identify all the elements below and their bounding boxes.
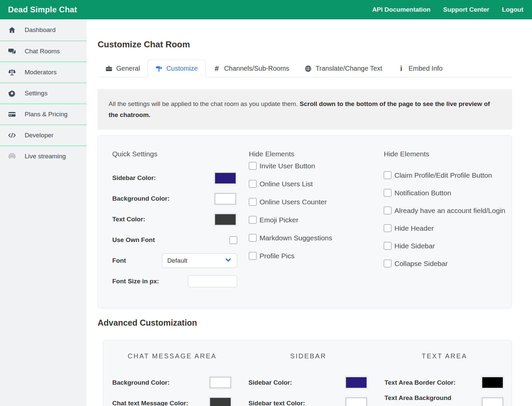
- checkbox-label: Online Users List: [260, 179, 313, 189]
- text-color-picker[interactable]: [214, 213, 237, 226]
- sidebar-item-developer[interactable]: Developer: [0, 124, 87, 145]
- profile-pics-checkbox[interactable]: [249, 252, 257, 260]
- background-color-label: Background Color:: [112, 195, 170, 202]
- markdown-suggestions-checkbox[interactable]: [249, 234, 257, 242]
- text-area-header: TEXT AREA: [384, 352, 504, 360]
- hide-online-users-counter-row: Online Users Counter: [249, 198, 372, 207]
- checkbox-label: Emoji Picker: [260, 215, 298, 225]
- chat-background-color-picker[interactable]: [209, 376, 232, 389]
- sidebar-text-color-label: Sidebar text Color:: [249, 398, 305, 406]
- invite-user-button-checkbox[interactable]: [249, 162, 257, 170]
- color-swatch: [346, 398, 367, 406]
- chevron-down-icon: [225, 257, 232, 265]
- hide-elements-title-2: Hide Elements: [384, 150, 509, 158]
- collapse-sidebar-checkbox[interactable]: [384, 260, 391, 267]
- code-icon: [8, 131, 16, 139]
- color-swatch: [346, 377, 367, 388]
- chat-background-color-row: Background Color:: [112, 372, 232, 393]
- sidebar-item-label: Plans & Pricing: [25, 111, 68, 118]
- sidebar-text-color-row: Sidebar text Color:: [249, 393, 368, 406]
- sidebar-item-moderators[interactable]: Moderators: [0, 61, 87, 82]
- notice-text: All the settings will be applied to the …: [109, 100, 300, 107]
- hide-header-checkbox[interactable]: [384, 224, 391, 232]
- emoji-picker-checkbox[interactable]: [249, 216, 257, 224]
- hide-invite-user-button-row: Invite User Button: [249, 162, 372, 171]
- sidebar-item-label: Dashboard: [25, 26, 56, 34]
- chat-message-area-header: CHAT MESSAGE AREA: [112, 352, 232, 360]
- quick-settings-title: Quick Settings: [112, 150, 237, 158]
- text-area-background-color-label: Text Area Background Color:: [384, 393, 469, 406]
- tab-label: Translate/Change Text: [315, 65, 382, 72]
- font-row: Font Default: [112, 250, 237, 271]
- font-size-input[interactable]: [188, 275, 237, 287]
- top-bar: Dead Simple Chat API Documentation Suppo…: [0, 0, 532, 19]
- broadcast-icon: [8, 152, 16, 160]
- hide-header-row: Hide Header: [384, 224, 509, 233]
- color-swatch: [215, 214, 236, 225]
- sidebar-color-row: Sidebar Color:: [112, 168, 237, 188]
- nav-link-api-documentation[interactable]: API Documentation: [372, 6, 430, 13]
- font-select-value: Default: [167, 257, 187, 264]
- hide-online-users-list-row: Online Users List: [249, 180, 372, 189]
- tab-bar: General Customize # Channels/Sub-Rooms: [98, 60, 512, 77]
- adv-sidebar-color-row: Sidebar Color:: [249, 372, 368, 393]
- use-own-font-checkbox[interactable]: [230, 236, 237, 244]
- sidebar-item-chat-rooms[interactable]: Chat Rooms: [0, 40, 87, 61]
- chat-bubbles-icon: [8, 47, 16, 55]
- use-own-font-row: Use Own Font: [112, 230, 237, 250]
- hide-markdown-suggestions-row: Markdown Suggestions: [249, 234, 372, 243]
- tab-label: General: [116, 65, 140, 72]
- sidebar-item-dashboard[interactable]: Dashboard: [0, 19, 87, 40]
- color-swatch: [215, 193, 236, 204]
- already-have-account-checkbox[interactable]: [384, 207, 391, 214]
- text-area-background-color-row: Text Area Background Color:: [384, 393, 504, 406]
- chat-message-area-column: CHAT MESSAGE AREA Background Color: Chat…: [103, 352, 240, 406]
- tab-embed-info[interactable]: i Embed Info: [390, 60, 450, 77]
- text-area-background-color-picker[interactable]: [481, 396, 504, 406]
- chat-text-message-color-picker[interactable]: [209, 396, 232, 406]
- hide-notification-button-row: Notification Button: [384, 189, 509, 198]
- checkbox-label: Already have an account field/Login: [394, 206, 505, 215]
- hide-sidebar-checkbox[interactable]: [384, 242, 391, 250]
- chat-background-color-label: Background Color:: [112, 377, 170, 388]
- info-icon: i: [397, 65, 405, 72]
- nav-link-support-center[interactable]: Support Center: [443, 6, 489, 13]
- online-users-counter-checkbox[interactable]: [249, 198, 257, 206]
- tab-channels-sub-rooms[interactable]: # Channels/Sub-Rooms: [206, 60, 297, 77]
- globe-icon: [304, 65, 312, 72]
- nav-link-logout[interactable]: Logout: [502, 6, 523, 13]
- page-title: Customize Chat Room: [98, 39, 512, 50]
- main-content: Customize Chat Room General Customiz: [87, 19, 532, 406]
- paint-roller-icon: [155, 65, 163, 72]
- tab-label: Customize: [166, 65, 198, 72]
- tab-translate-change-text[interactable]: Translate/Change Text: [297, 60, 390, 77]
- background-color-picker[interactable]: [214, 192, 237, 206]
- sidebar-color-picker[interactable]: [214, 171, 237, 185]
- sidebar-color-label: Sidebar Color:: [112, 174, 156, 182]
- font-select[interactable]: Default: [162, 253, 237, 268]
- adv-sidebar-color-picker[interactable]: [344, 376, 368, 389]
- sidebar-item-label: Settings: [25, 90, 48, 97]
- tab-customize[interactable]: Customize: [148, 60, 205, 77]
- color-swatch: [482, 398, 503, 406]
- collapse-sidebar-row: Collapse Sidebar: [384, 260, 509, 268]
- brand-title: Dead Simple Chat: [8, 5, 77, 14]
- text-area-border-color-picker[interactable]: [481, 376, 504, 389]
- checkbox-label: Profile Pics: [260, 251, 294, 261]
- sidebar-item-settings[interactable]: Settings: [0, 82, 87, 103]
- tab-general[interactable]: General: [98, 60, 148, 77]
- scales-icon: [8, 68, 16, 76]
- sidebar-text-color-picker[interactable]: [344, 396, 368, 406]
- online-users-list-checkbox[interactable]: [249, 180, 257, 188]
- color-swatch: [482, 377, 503, 388]
- tab-label: Embed Info: [408, 65, 442, 72]
- hide-emoji-picker-row: Emoji Picker: [249, 216, 372, 225]
- checkbox-label: Markdown Suggestions: [260, 233, 332, 243]
- sidebar-item-plans-pricing[interactable]: Plans & Pricing: [0, 103, 87, 124]
- sidebar-item-live-streaming[interactable]: Live streaming: [0, 145, 87, 166]
- claim-profile-checkbox[interactable]: [384, 171, 391, 179]
- text-area-column: TEXT AREA Text Area Border Color: Text A…: [375, 352, 512, 406]
- credit-card-icon: [8, 110, 16, 118]
- chat-text-message-color-row: Chat text Message Color:: [112, 393, 232, 406]
- notification-button-checkbox[interactable]: [384, 189, 391, 197]
